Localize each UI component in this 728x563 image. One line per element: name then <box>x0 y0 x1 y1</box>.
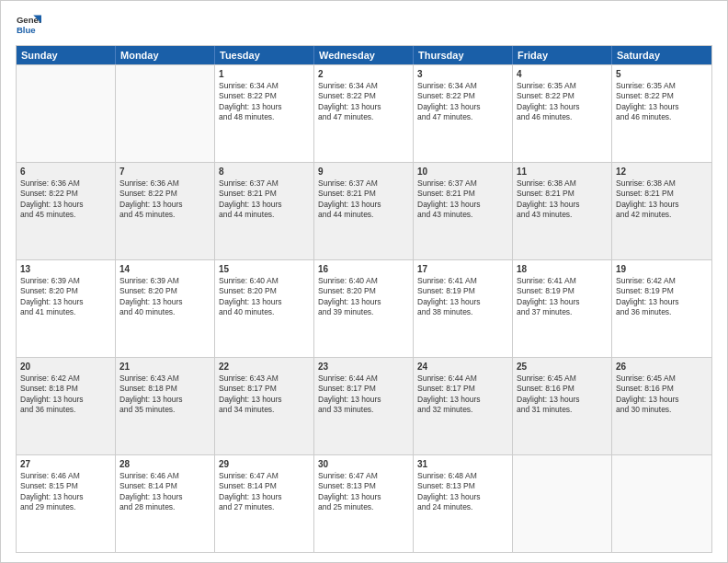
day-info: Sunrise: 6:34 AM Sunset: 8:22 PM Dayligh… <box>417 81 508 123</box>
day-info: Sunrise: 6:43 AM Sunset: 8:18 PM Dayligh… <box>119 373 210 416</box>
day-number: 20 <box>20 361 111 373</box>
calendar-cell <box>17 65 116 162</box>
calendar-cell: 1Sunrise: 6:34 AM Sunset: 8:22 PM Daylig… <box>215 65 314 162</box>
day-number: 30 <box>318 458 409 470</box>
day-number: 1 <box>219 68 310 80</box>
day-info: Sunrise: 6:40 AM Sunset: 8:20 PM Dayligh… <box>219 276 310 318</box>
calendar-cell: 15Sunrise: 6:40 AM Sunset: 8:20 PM Dayli… <box>215 260 314 357</box>
day-number: 15 <box>219 263 310 275</box>
day-info: Sunrise: 6:44 AM Sunset: 8:17 PM Dayligh… <box>417 373 508 416</box>
day-number: 28 <box>119 458 210 470</box>
calendar-row: 1Sunrise: 6:34 AM Sunset: 8:22 PM Daylig… <box>17 64 711 162</box>
calendar-cell: 30Sunrise: 6:47 AM Sunset: 8:13 PM Dayli… <box>314 455 414 552</box>
day-info: Sunrise: 6:42 AM Sunset: 8:19 PM Dayligh… <box>616 276 708 318</box>
day-info: Sunrise: 6:39 AM Sunset: 8:20 PM Dayligh… <box>119 276 210 318</box>
day-number: 21 <box>119 361 210 373</box>
day-number: 4 <box>517 68 608 80</box>
day-info: Sunrise: 6:35 AM Sunset: 8:22 PM Dayligh… <box>517 81 608 123</box>
day-number: 6 <box>20 166 111 178</box>
calendar-cell: 12Sunrise: 6:38 AM Sunset: 8:21 PM Dayli… <box>612 163 711 259</box>
calendar-cell <box>116 65 215 162</box>
calendar-cell <box>513 455 612 552</box>
cal-header-day: Tuesday <box>215 46 314 64</box>
day-info: Sunrise: 6:44 AM Sunset: 8:17 PM Dayligh… <box>318 373 409 416</box>
calendar-cell: 16Sunrise: 6:40 AM Sunset: 8:20 PM Dayli… <box>314 260 414 357</box>
day-info: Sunrise: 6:37 AM Sunset: 8:21 PM Dayligh… <box>219 178 310 221</box>
cal-header-day: Saturday <box>612 46 711 64</box>
calendar-cell: 13Sunrise: 6:39 AM Sunset: 8:20 PM Dayli… <box>17 260 116 357</box>
day-info: Sunrise: 6:40 AM Sunset: 8:20 PM Dayligh… <box>318 276 409 318</box>
calendar-row: 20Sunrise: 6:42 AM Sunset: 8:18 PM Dayli… <box>17 357 711 454</box>
day-number: 16 <box>318 263 409 275</box>
day-number: 11 <box>517 166 608 178</box>
calendar-cell: 27Sunrise: 6:46 AM Sunset: 8:15 PM Dayli… <box>17 455 116 552</box>
calendar-cell: 14Sunrise: 6:39 AM Sunset: 8:20 PM Dayli… <box>116 260 215 357</box>
calendar-cell: 17Sunrise: 6:41 AM Sunset: 8:19 PM Dayli… <box>414 260 513 357</box>
day-info: Sunrise: 6:42 AM Sunset: 8:18 PM Dayligh… <box>20 373 111 416</box>
day-number: 24 <box>417 361 508 373</box>
day-number: 25 <box>517 361 608 373</box>
calendar-cell: 20Sunrise: 6:42 AM Sunset: 8:18 PM Dayli… <box>17 358 116 454</box>
calendar-cell: 18Sunrise: 6:41 AM Sunset: 8:19 PM Dayli… <box>513 260 612 357</box>
calendar-cell: 19Sunrise: 6:42 AM Sunset: 8:19 PM Dayli… <box>612 260 711 357</box>
day-number: 3 <box>417 68 508 80</box>
day-info: Sunrise: 6:36 AM Sunset: 8:22 PM Dayligh… <box>20 178 111 221</box>
day-number: 5 <box>616 68 708 80</box>
calendar-row: 27Sunrise: 6:46 AM Sunset: 8:15 PM Dayli… <box>17 454 711 552</box>
day-number: 14 <box>119 263 210 275</box>
calendar-cell: 22Sunrise: 6:43 AM Sunset: 8:17 PM Dayli… <box>215 358 314 454</box>
day-info: Sunrise: 6:35 AM Sunset: 8:22 PM Dayligh… <box>616 81 708 123</box>
day-number: 29 <box>219 458 310 470</box>
day-info: Sunrise: 6:38 AM Sunset: 8:21 PM Dayligh… <box>517 178 608 221</box>
cal-header-day: Monday <box>116 46 215 64</box>
calendar-cell: 8Sunrise: 6:37 AM Sunset: 8:21 PM Daylig… <box>215 163 314 259</box>
day-info: Sunrise: 6:38 AM Sunset: 8:21 PM Dayligh… <box>616 178 708 221</box>
calendar-cell: 23Sunrise: 6:44 AM Sunset: 8:17 PM Dayli… <box>314 358 414 454</box>
svg-text:Blue: Blue <box>17 25 36 35</box>
calendar-row: 6Sunrise: 6:36 AM Sunset: 8:22 PM Daylig… <box>17 162 711 259</box>
day-number: 26 <box>616 361 708 373</box>
day-number: 23 <box>318 361 409 373</box>
day-number: 12 <box>616 166 708 178</box>
day-info: Sunrise: 6:46 AM Sunset: 8:15 PM Dayligh… <box>20 471 111 513</box>
calendar-cell: 5Sunrise: 6:35 AM Sunset: 8:22 PM Daylig… <box>612 65 711 162</box>
day-info: Sunrise: 6:37 AM Sunset: 8:21 PM Dayligh… <box>318 178 409 221</box>
calendar-cell: 21Sunrise: 6:43 AM Sunset: 8:18 PM Dayli… <box>116 358 215 454</box>
cal-header-day: Sunday <box>17 46 116 64</box>
calendar-cell: 9Sunrise: 6:37 AM Sunset: 8:21 PM Daylig… <box>314 163 414 259</box>
day-number: 13 <box>20 263 111 275</box>
calendar-cell: 4Sunrise: 6:35 AM Sunset: 8:22 PM Daylig… <box>513 65 612 162</box>
day-info: Sunrise: 6:41 AM Sunset: 8:19 PM Dayligh… <box>517 276 608 318</box>
day-info: Sunrise: 6:45 AM Sunset: 8:16 PM Dayligh… <box>517 373 608 416</box>
day-number: 2 <box>318 68 409 80</box>
cal-header-day: Thursday <box>414 46 513 64</box>
calendar: SundayMondayTuesdayWednesdayThursdayFrid… <box>16 45 712 553</box>
logo-icon: General Blue <box>16 12 41 38</box>
day-number: 27 <box>20 458 111 470</box>
calendar-cell: 3Sunrise: 6:34 AM Sunset: 8:22 PM Daylig… <box>414 65 513 162</box>
day-info: Sunrise: 6:34 AM Sunset: 8:22 PM Dayligh… <box>219 81 310 123</box>
day-info: Sunrise: 6:48 AM Sunset: 8:13 PM Dayligh… <box>417 471 508 513</box>
day-info: Sunrise: 6:37 AM Sunset: 8:21 PM Dayligh… <box>417 178 508 221</box>
calendar-cell: 6Sunrise: 6:36 AM Sunset: 8:22 PM Daylig… <box>17 163 116 259</box>
day-info: Sunrise: 6:45 AM Sunset: 8:16 PM Dayligh… <box>616 373 708 416</box>
calendar-row: 13Sunrise: 6:39 AM Sunset: 8:20 PM Dayli… <box>17 259 711 357</box>
day-number: 17 <box>417 263 508 275</box>
day-info: Sunrise: 6:43 AM Sunset: 8:17 PM Dayligh… <box>219 373 310 416</box>
calendar-cell: 28Sunrise: 6:46 AM Sunset: 8:14 PM Dayli… <box>116 455 215 552</box>
calendar-cell <box>612 455 711 552</box>
calendar-cell: 10Sunrise: 6:37 AM Sunset: 8:21 PM Dayli… <box>414 163 513 259</box>
calendar-cell: 2Sunrise: 6:34 AM Sunset: 8:22 PM Daylig… <box>314 65 414 162</box>
day-info: Sunrise: 6:39 AM Sunset: 8:20 PM Dayligh… <box>20 276 111 318</box>
day-number: 9 <box>318 166 409 178</box>
calendar-header: SundayMondayTuesdayWednesdayThursdayFrid… <box>17 46 711 64</box>
day-number: 31 <box>417 458 508 470</box>
calendar-cell: 7Sunrise: 6:36 AM Sunset: 8:22 PM Daylig… <box>116 163 215 259</box>
day-number: 22 <box>219 361 310 373</box>
calendar-cell: 24Sunrise: 6:44 AM Sunset: 8:17 PM Dayli… <box>414 358 513 454</box>
day-number: 18 <box>517 263 608 275</box>
day-number: 10 <box>417 166 508 178</box>
page-header: General Blue <box>16 12 712 38</box>
day-number: 7 <box>119 166 210 178</box>
day-info: Sunrise: 6:36 AM Sunset: 8:22 PM Dayligh… <box>119 178 210 221</box>
